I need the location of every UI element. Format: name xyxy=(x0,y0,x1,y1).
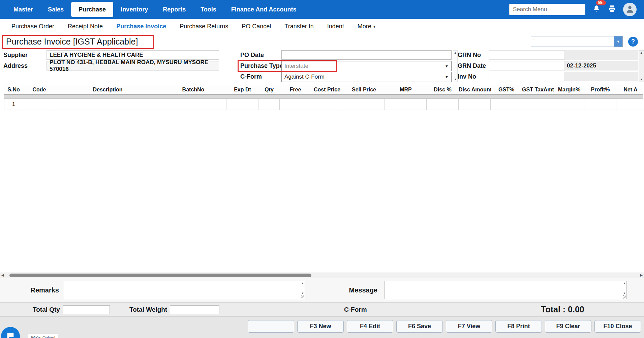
subnav-indent[interactable]: Indent xyxy=(327,23,344,30)
menu-item-purchase[interactable]: Purchase xyxy=(71,2,113,17)
table-cell[interactable] xyxy=(343,99,385,110)
f10-close-button[interactable]: F10 Close xyxy=(594,320,641,333)
horizontal-scrollbar-thumb[interactable] xyxy=(9,274,311,277)
table-cell[interactable] xyxy=(427,99,459,110)
menu-item-inventory[interactable]: Inventory xyxy=(113,0,155,19)
message-textarea[interactable] xyxy=(385,281,626,299)
purchase-type-value: Interstate xyxy=(284,63,308,69)
grn-date-box[interactable] xyxy=(489,61,565,71)
message-field: ▲ ▼ xyxy=(384,281,627,299)
menu-item-sales[interactable]: Sales xyxy=(40,0,71,19)
horizontal-scrollbar[interactable]: ◀ ▶ xyxy=(0,273,644,278)
supplier-value[interactable]: LEEFA HYGIENE & HEALTH CARE xyxy=(47,50,219,60)
f4-edit-button[interactable]: F4 Edit xyxy=(347,320,393,333)
subnav-transfer-in[interactable]: Transfer In xyxy=(284,23,313,30)
resize-grip[interactable] xyxy=(623,295,626,299)
supplier-label: Supplier xyxy=(3,52,28,59)
table-cell[interactable] xyxy=(616,99,644,110)
table-cell[interactable] xyxy=(160,99,226,110)
scroll-down-icon[interactable]: ▼ xyxy=(454,78,457,81)
po-date-input[interactable] xyxy=(281,50,452,60)
f7-view-button[interactable]: F7 View xyxy=(446,320,492,333)
blank-button[interactable] xyxy=(248,320,294,333)
cform-value: Against C-Form xyxy=(284,74,325,80)
table-cell[interactable] xyxy=(55,99,160,110)
page-title: Purchase Invoice [IGST Applicable] xyxy=(6,37,148,47)
notifications-button[interactable]: 99+ xyxy=(592,4,601,15)
scroll-up-icon[interactable]: ▲ xyxy=(640,51,643,54)
f9-clear-button[interactable]: F9 Clear xyxy=(545,320,591,333)
scroll-right-icon[interactable]: ▶ xyxy=(640,273,643,277)
f8-print-button[interactable]: F8 Print xyxy=(495,320,542,333)
cform-select[interactable]: Against C-Form ▼ xyxy=(281,72,452,82)
title-row: Purchase Invoice [IGST Applicable] · ▼ ? xyxy=(0,34,644,50)
scroll-down-icon[interactable]: ▼ xyxy=(623,292,626,295)
f3-new-button[interactable]: F3 New xyxy=(297,320,344,333)
subnav-purchase-invoice[interactable]: Purchase Invoice xyxy=(116,23,166,30)
total-weight-input[interactable] xyxy=(170,305,219,314)
scroll-left-icon[interactable]: ◀ xyxy=(1,273,4,277)
print-button[interactable] xyxy=(608,4,616,15)
menu-item-reports[interactable]: Reports xyxy=(155,0,193,19)
table-subheader-strip xyxy=(4,95,643,99)
subnav-receipt-note[interactable]: Receipt Note xyxy=(68,23,103,30)
header-cell: Qty xyxy=(258,87,280,93)
table-cell[interactable] xyxy=(584,99,616,110)
header-cell: S.No xyxy=(4,87,23,93)
table-cell[interactable] xyxy=(459,99,491,110)
form-panel-scrollbar[interactable]: ▲ ▼ xyxy=(453,50,458,82)
header-cell: Free xyxy=(280,87,311,93)
table-cell[interactable] xyxy=(311,99,343,110)
purchase-subnav: Purchase Order Receipt Note Purchase Inv… xyxy=(0,19,644,34)
remarks-textarea[interactable] xyxy=(64,281,305,299)
remarks-field: ▲ ▼ xyxy=(64,281,305,299)
table-cell[interactable] xyxy=(226,99,258,110)
total-qty-label: Total Qty xyxy=(33,306,60,313)
help-button[interactable]: ? xyxy=(628,37,638,47)
scroll-down-icon[interactable]: ▼ xyxy=(640,78,643,81)
invoice-combo-value: · xyxy=(531,36,614,47)
table-cell[interactable] xyxy=(258,99,280,110)
total-qty-input[interactable] xyxy=(63,305,110,314)
table-row: 1 xyxy=(4,99,643,110)
sno-cell[interactable]: 1 xyxy=(4,99,23,110)
grn-no-value[interactable] xyxy=(489,50,565,60)
table-cell[interactable] xyxy=(491,99,522,110)
table-cell[interactable] xyxy=(385,99,427,110)
header-cell: Disc Amount xyxy=(459,87,491,93)
header-cell: Description xyxy=(55,87,160,93)
resize-grip[interactable] xyxy=(301,295,304,299)
f6-save-button[interactable]: F6 Save xyxy=(396,320,443,333)
menu-item-tools[interactable]: Tools xyxy=(193,0,224,19)
scroll-up-icon[interactable]: ▲ xyxy=(623,282,626,285)
table-cell[interactable] xyxy=(280,99,311,110)
search-input[interactable] xyxy=(509,4,585,15)
title-highlight-box: Purchase Invoice [IGST Applicable] xyxy=(2,35,154,49)
chevron-down-icon: ▾ xyxy=(373,24,376,29)
subnav-po-cancel[interactable]: PO Cancel xyxy=(242,23,271,30)
menu-item-master[interactable]: Master xyxy=(6,0,40,19)
invoice-select-combo[interactable]: · ▼ xyxy=(531,36,623,47)
subnav-purchase-returns[interactable]: Purchase Returns xyxy=(180,23,228,30)
scroll-up-icon[interactable]: ▲ xyxy=(301,282,304,285)
scroll-down-icon[interactable]: ▼ xyxy=(301,292,304,295)
menu-item-finance[interactable]: Finance And Accounts xyxy=(224,0,304,19)
table-cell[interactable] xyxy=(522,99,554,110)
subnav-more[interactable]: More ▾ xyxy=(358,23,376,30)
po-date-label: PO Date xyxy=(240,52,264,59)
combo-dropdown-button[interactable]: ▼ xyxy=(614,36,622,47)
scroll-up-icon[interactable]: ▲ xyxy=(454,51,457,54)
inv-no-value[interactable] xyxy=(489,72,565,81)
subnav-purchase-order[interactable]: Purchase Order xyxy=(11,23,54,30)
header-cell: Code xyxy=(23,87,55,93)
user-avatar[interactable] xyxy=(623,3,637,16)
invoice-header-form: Supplier LEEFA HYGIENE & HEALTH CARE Add… xyxy=(0,50,644,82)
line-items-table: S.No Code Description BatchNo Exp Dt Qty… xyxy=(4,85,643,110)
right-panel-scrollbar[interactable]: ▲ ▼ xyxy=(639,50,644,82)
bell-icon xyxy=(592,4,601,15)
purchase-type-select[interactable]: Interstate ▼ xyxy=(281,61,452,71)
grn-date-label: GRN Date xyxy=(458,62,486,69)
table-cell[interactable] xyxy=(23,99,55,110)
table-cell[interactable] xyxy=(554,99,584,110)
header-cell: Sell Price xyxy=(343,87,385,93)
